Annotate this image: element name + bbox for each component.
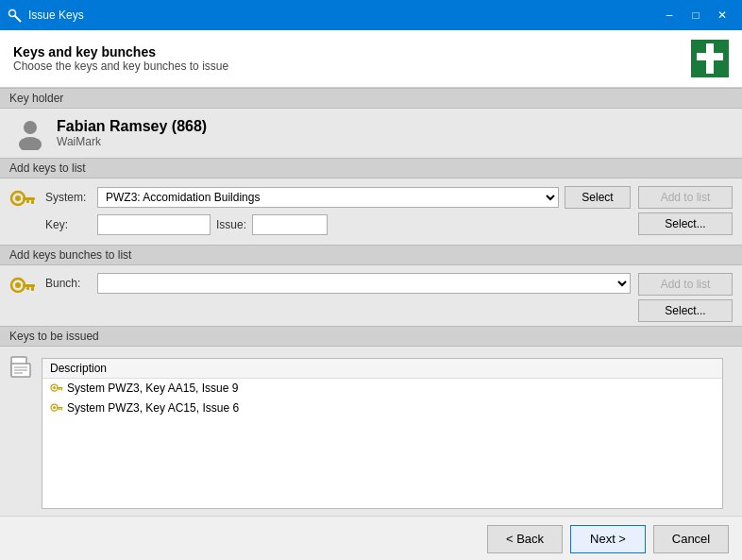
svg-rect-3 (697, 53, 723, 60)
issue-input[interactable] (252, 214, 328, 235)
key-holder-section-header: Key holder (0, 88, 742, 109)
svg-rect-13 (23, 284, 35, 287)
key-icon-add-bunches (9, 275, 38, 303)
add-bunches-label: Add keys bunches to list (9, 248, 131, 262)
close-button[interactable]: ✕ (710, 5, 734, 25)
add-bunches-to-list-button[interactable]: Add to list (638, 273, 733, 296)
key-issue-row: Key: Issue: (45, 214, 631, 235)
key-icon-add-keys (9, 188, 38, 216)
keys-issued-section-header: Keys to be issued (0, 326, 742, 347)
issue-label: Issue: (216, 218, 246, 231)
svg-point-27 (53, 406, 56, 409)
svg-point-12 (15, 282, 21, 288)
svg-point-4 (24, 121, 37, 134)
bunch-row: Bunch: (45, 273, 631, 294)
add-keys-label: Add keys to list (9, 161, 86, 175)
document-icon (9, 356, 32, 382)
keys-issued-label: Keys to be issued (9, 330, 99, 343)
add-bunches-actions: Add to list Select... (638, 273, 733, 322)
svg-rect-14 (31, 287, 34, 291)
svg-rect-25 (59, 388, 60, 390)
bunch-label: Bunch: (45, 277, 97, 290)
window-title: Issue Keys (28, 8, 657, 22)
add-keys-fields: System: PWZ3: Accomidation Buildings Sel… (45, 186, 631, 241)
svg-rect-9 (31, 200, 34, 204)
header-text: Keys and key bunches Choose the keys and… (13, 44, 228, 73)
cancel-button[interactable]: Cancel (653, 525, 729, 553)
add-keys-actions: Add to list Select... (638, 186, 733, 235)
key-holder-name: Fabian Ramsey (868) (57, 118, 207, 135)
header-logo (691, 40, 729, 77)
window-controls: – □ ✕ (657, 5, 734, 25)
add-keys-section-header: Add keys to list (0, 158, 742, 178)
key-label: Key: (45, 218, 97, 231)
add-bunches-section-header: Add keys bunches to list (0, 245, 742, 265)
row-description: System PWZ3, Key AA15, Issue 9 (67, 382, 238, 395)
svg-rect-10 (26, 200, 29, 203)
svg-point-22 (53, 386, 56, 389)
svg-rect-30 (59, 408, 60, 410)
next-button[interactable]: Next > (570, 525, 646, 553)
table-row[interactable]: System PWZ3, Key AA15, Issue 9 (42, 379, 722, 399)
keys-issued-table: Description System PWZ3, Key AA15, Issue… (42, 359, 722, 418)
svg-rect-8 (23, 197, 35, 200)
main-content: Key holder Fabian Ramsey (868) WaiMark A… (0, 88, 742, 516)
svg-rect-29 (61, 408, 63, 410)
key-holder-company: WaiMark (57, 135, 207, 148)
maximize-button[interactable]: □ (683, 5, 708, 25)
key-holder-content: Fabian Ramsey (868) WaiMark (0, 109, 742, 158)
system-row: System: PWZ3: Accomidation Buildings Sel… (45, 186, 631, 209)
key-holder-info: Fabian Ramsey (868) WaiMark (57, 118, 207, 148)
bunch-select[interactable] (97, 273, 631, 294)
row-description: System PWZ3, Key AC15, Issue 6 (67, 401, 239, 415)
title-bar: Issue Keys – □ ✕ (0, 0, 742, 30)
wizard-title: Keys and key bunches (13, 44, 228, 59)
select-key-button[interactable]: Select... (638, 212, 733, 235)
footer: < Back Next > Cancel (0, 516, 742, 560)
table-description-header: Description (42, 359, 722, 379)
svg-rect-24 (61, 388, 63, 390)
wizard-subtitle: Choose the keys and key bunches to issue (13, 59, 228, 73)
svg-rect-23 (57, 387, 63, 389)
select-button[interactable]: Select (565, 186, 631, 209)
wizard-header: Keys and key bunches Choose the keys and… (0, 30, 742, 88)
add-keys-to-list-button[interactable]: Add to list (638, 186, 733, 209)
app-icon (8, 8, 23, 23)
svg-point-5 (19, 137, 42, 150)
user-avatar-icon (13, 116, 47, 150)
system-label: System: (45, 191, 97, 204)
keys-issued-table-area: Description System PWZ3, Key AA15, Issue… (42, 358, 723, 509)
select-bunch-button[interactable]: Select... (638, 299, 733, 322)
minimize-button[interactable]: – (657, 5, 682, 25)
svg-rect-15 (26, 287, 29, 290)
system-select[interactable]: PWZ3: Accomidation Buildings (97, 187, 559, 208)
key-holder-label: Key holder (9, 92, 63, 105)
svg-point-7 (15, 195, 21, 201)
key-input[interactable] (97, 214, 211, 235)
doc-icon-cell (9, 352, 38, 515)
svg-line-1 (15, 16, 22, 23)
svg-rect-28 (57, 407, 63, 409)
back-button[interactable]: < Back (487, 525, 563, 553)
table-row[interactable]: System PWZ3, Key AC15, Issue 6 (42, 399, 722, 418)
add-bunches-fields: Bunch: (45, 273, 631, 299)
svg-point-0 (9, 10, 16, 17)
